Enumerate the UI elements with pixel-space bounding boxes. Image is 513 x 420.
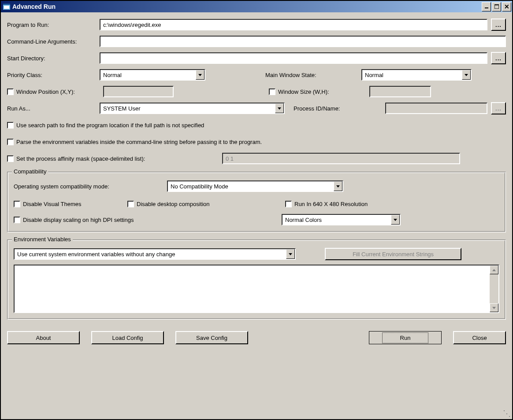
loadconfig-button[interactable]: Load Config: [91, 331, 164, 344]
winsize-label: Window Size (W,H):: [278, 88, 329, 95]
window: Advanced Run ✕ Program to Run: ... Comma…: [0, 0, 513, 420]
colors-select[interactable]: Normal Colors: [282, 214, 401, 225]
priority-label: Priority Class:: [7, 72, 96, 78]
program-label: Program to Run:: [7, 22, 96, 28]
scroll-down-button[interactable]: [490, 303, 498, 312]
checkbox-icon: [127, 201, 134, 207]
procid-browse-button: ...: [491, 102, 506, 114]
chevron-down-icon: [391, 215, 400, 225]
colors-value: Normal Colors: [283, 217, 391, 223]
searchpath-checkbox[interactable]: Use search path to find the program loca…: [7, 122, 204, 129]
disablecomp-checkbox[interactable]: Disable desktop composition: [127, 201, 282, 207]
checkbox-icon: [7, 122, 14, 129]
chevron-down-icon: [286, 249, 295, 259]
winsize-checkbox[interactable]: Window Size (W,H):: [269, 88, 366, 95]
fillenv-button: Fill Current Environment Strings: [325, 248, 461, 260]
args-input[interactable]: [100, 36, 506, 47]
close-button-bottom[interactable]: Close: [453, 331, 506, 344]
envvars-legend: Environment Variables: [12, 236, 73, 243]
chevron-down-icon: [334, 181, 342, 191]
disabledpi-label: Disable display scaling on high DPI sett…: [23, 217, 134, 223]
args-label: Command-Line Arguments:: [7, 38, 96, 45]
parseenv-checkbox[interactable]: Parse the environment variables inside t…: [7, 139, 262, 145]
scroll-up-button[interactable]: [490, 265, 498, 274]
maximize-button[interactable]: [492, 2, 501, 11]
compatibility-legend: Compatibility: [12, 168, 48, 175]
run640-checkbox[interactable]: Run In 640 X 480 Resolution: [285, 201, 368, 207]
minimize-button[interactable]: [482, 2, 491, 11]
checkbox-icon: [285, 201, 292, 207]
checkbox-icon: [14, 201, 20, 207]
about-button[interactable]: About: [7, 331, 80, 344]
affinity-input: [222, 153, 460, 164]
svg-rect-5: [494, 4, 499, 5]
envmode-select[interactable]: Use current system environment variables…: [14, 248, 296, 260]
priority-value: Normal: [100, 72, 196, 78]
disabledpi-checkbox[interactable]: Disable display scaling on high DPI sett…: [14, 217, 278, 223]
checkbox-icon: [7, 139, 14, 145]
affinity-label: Set the process affinity mask (space-del…: [16, 155, 145, 162]
run-button[interactable]: Run: [369, 331, 442, 344]
resize-grip[interactable]: [504, 411, 511, 418]
svg-rect-3: [485, 7, 488, 8]
saveconfig-button[interactable]: Save Config: [175, 331, 248, 344]
titlebar-buttons: ✕: [482, 2, 511, 11]
priority-select[interactable]: Normal: [100, 69, 205, 81]
checkbox-icon: [269, 88, 275, 95]
affinity-checkbox[interactable]: Set the process affinity mask (space-del…: [7, 155, 219, 162]
close-button[interactable]: ✕: [502, 2, 511, 11]
envvars-group: Environment Variables Use current system…: [7, 239, 506, 320]
winsize-input: [369, 86, 431, 97]
svg-rect-2: [4, 6, 9, 9]
procid-input: [385, 103, 487, 114]
disablecomp-label: Disable desktop composition: [137, 201, 209, 207]
titlebar: Advanced Run ✕: [1, 1, 512, 12]
startdir-label: Start Directory:: [7, 55, 96, 62]
compatibility-group: Compatibility Operating system compatibi…: [7, 172, 506, 232]
compatmode-select[interactable]: No Compatibility Mode: [167, 181, 343, 192]
envvars-textarea[interactable]: [14, 265, 499, 313]
parseenv-label: Parse the environment variables inside t…: [16, 139, 262, 145]
chevron-down-icon: [275, 103, 284, 113]
envmode-value: Use current system environment variables…: [15, 251, 286, 258]
winstate-select[interactable]: Normal: [361, 69, 472, 81]
program-browse-button[interactable]: ...: [491, 18, 506, 31]
searchpath-label: Use search path to find the program loca…: [16, 122, 204, 129]
app-icon: [3, 3, 11, 10]
compatmode-label: Operating system compatibility mode:: [14, 183, 164, 190]
disablethemes-checkbox[interactable]: Disable Visual Themes: [14, 201, 124, 207]
svg-rect-1: [3, 4, 10, 5]
startdir-input[interactable]: [100, 52, 487, 64]
disablethemes-label: Disable Visual Themes: [23, 201, 81, 207]
run640-label: Run In 640 X 480 Resolution: [294, 201, 368, 207]
winpos-input: [103, 86, 174, 97]
winpos-label: Window Position (X,Y):: [16, 88, 75, 95]
checkbox-icon: [7, 155, 14, 162]
winstate-value: Normal: [362, 72, 462, 78]
winstate-label: Main Window State:: [265, 72, 358, 78]
procid-label: Process ID/Name:: [294, 105, 382, 112]
runas-select[interactable]: SYSTEM User: [100, 103, 285, 114]
window-title: Advanced Run: [12, 3, 482, 10]
program-input[interactable]: [100, 19, 487, 30]
winpos-checkbox[interactable]: Window Position (X,Y):: [7, 88, 100, 95]
chevron-down-icon: [462, 70, 471, 80]
chevron-down-icon: [196, 70, 204, 80]
compatmode-value: No Compatibility Mode: [168, 183, 334, 190]
content-area: Program to Run: ... Command-Line Argumen…: [1, 12, 512, 419]
runas-label: Run As...: [7, 105, 96, 112]
runas-value: SYSTEM User: [100, 105, 275, 112]
startdir-browse-button[interactable]: ...: [491, 52, 506, 64]
checkbox-icon: [14, 217, 20, 223]
bottom-button-bar: About Load Config Save Config Run Close: [7, 324, 506, 344]
scrollbar[interactable]: [490, 265, 498, 312]
checkbox-icon: [7, 88, 14, 95]
